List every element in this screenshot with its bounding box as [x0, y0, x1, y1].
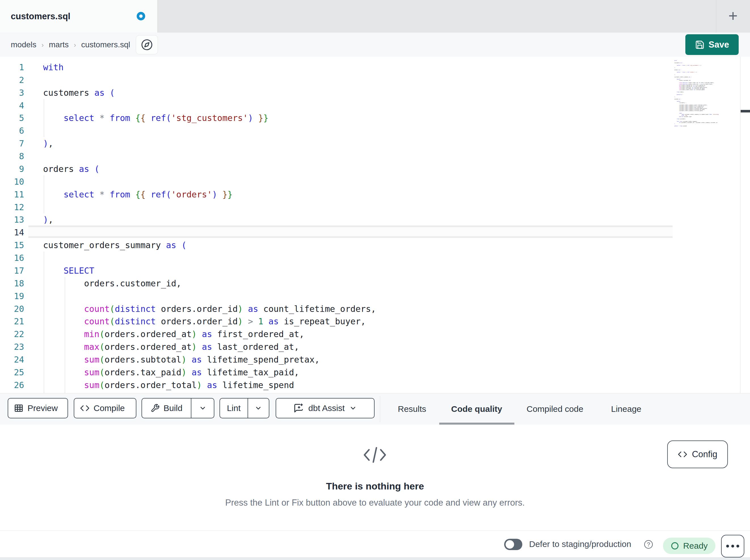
defer-label: Defer to staging/production	[529, 531, 631, 558]
more-options-button[interactable]	[721, 535, 744, 557]
breadcrumb-separator: ›	[41, 41, 44, 49]
lint-button[interactable]: Lint	[220, 398, 248, 418]
compile-button[interactable]: Compile	[74, 398, 136, 418]
breadcrumb-item-file[interactable]: customers.sql	[81, 40, 130, 49]
line-number: 3	[0, 86, 24, 99]
dbt-ide-window: customers.sql + models›marts›customers.s…	[0, 0, 750, 560]
line-number: 5	[0, 111, 24, 124]
file-navigate-button[interactable]	[136, 35, 158, 55]
compass-icon	[141, 39, 153, 51]
code-line[interactable]: 10	[0, 175, 675, 188]
code-line[interactable]: 4	[0, 99, 675, 112]
compile-label: Compile	[94, 403, 125, 413]
code-line[interactable]: 24 sum(orders.subtotal) as lifetime_spen…	[0, 353, 675, 366]
active-tab-underline	[439, 422, 514, 424]
breadcrumb-item-models[interactable]: models	[11, 40, 36, 49]
preview-label: Preview	[27, 403, 58, 413]
line-number: 24	[0, 353, 24, 366]
code-line[interactable]: 3customers as (	[0, 86, 675, 99]
code-line[interactable]: 9orders as (	[0, 163, 675, 175]
scrollbar-thumb[interactable]	[741, 110, 750, 112]
save-button[interactable]: Save	[685, 34, 739, 55]
build-split-button: Build	[141, 398, 214, 418]
code-line[interactable]: 16	[0, 251, 675, 264]
code-editor[interactable]: 1with23customers as (45 select * from {{…	[0, 57, 750, 393]
breadcrumb-separator: ›	[74, 41, 76, 49]
code-line[interactable]: 18 orders.customer_id,	[0, 277, 675, 290]
unsaved-changes-dot-icon	[137, 12, 145, 20]
line-number: 8	[0, 150, 24, 163]
code-line[interactable]: 19	[0, 290, 675, 303]
line-number: 21	[0, 315, 24, 328]
code-line[interactable]: 25 sum(orders.tax_paid) as lifetime_tax_…	[0, 366, 675, 379]
preview-button[interactable]: Preview	[8, 398, 68, 418]
help-icon[interactable]: ?	[644, 540, 653, 549]
status-label: Ready	[683, 541, 708, 551]
build-label: Build	[164, 403, 183, 413]
line-number: 18	[0, 277, 24, 290]
tab-lineage[interactable]: Lineage	[611, 393, 642, 424]
code-line[interactable]: 8	[0, 150, 675, 163]
code-line[interactable]: 2	[0, 74, 675, 86]
tab-results[interactable]: Results	[398, 393, 426, 424]
tab-title: customers.sql	[11, 0, 70, 33]
lint-split-button: Lint	[219, 398, 269, 418]
code-line[interactable]: 20 count(distinct orders.order_id) as co…	[0, 303, 675, 315]
dbt-assist-button[interactable]: dbt Assist	[276, 398, 375, 418]
code-line[interactable]: 6	[0, 124, 675, 137]
chevron-down-icon	[199, 405, 206, 412]
tab-code-quality[interactable]: Code quality	[451, 393, 502, 424]
line-number: 9	[0, 163, 24, 175]
code-line[interactable]: 14	[0, 226, 675, 239]
dots-icon	[726, 545, 729, 547]
line-number: 7	[0, 137, 24, 150]
lint-label: Lint	[227, 403, 240, 413]
code-line[interactable]: 23 max(orders.ordered_at) as last_ordere…	[0, 340, 675, 353]
code-line[interactable]: 21 count(distinct orders.order_id) > 1 a…	[0, 315, 675, 328]
line-number: 17	[0, 264, 24, 277]
code-line[interactable]: 12	[0, 201, 675, 213]
breadcrumb-item-marts[interactable]: marts	[49, 40, 68, 49]
tab-bar: customers.sql +	[0, 0, 750, 33]
code-line[interactable]: 22 min(orders.ordered_at) as first_order…	[0, 328, 675, 340]
editor-toolbar: Preview Compile Build	[0, 393, 750, 425]
empty-state-description: Press the Lint or Fix button above to ev…	[0, 498, 750, 508]
lint-dropdown-button[interactable]	[248, 398, 269, 418]
code-quality-panel: There is nothing here Press the Lint or …	[0, 424, 750, 530]
status-badge[interactable]: Ready	[663, 538, 715, 554]
dbt-assist-label: dbt Assist	[308, 403, 344, 413]
minimap[interactable]: withcustomers as ( select * from {{ ref(…	[674, 60, 738, 131]
code-icon	[678, 450, 687, 459]
code-line[interactable]: 26 sum(orders.order_total) as lifetime_s…	[0, 379, 675, 392]
config-button[interactable]: Config	[667, 440, 728, 468]
code-line[interactable]: 1with	[0, 61, 675, 74]
new-tab-button[interactable]: +	[722, 5, 744, 28]
breadcrumb: models›marts›customers.sql	[11, 33, 130, 57]
code-line[interactable]: 17 SELECT	[0, 264, 675, 277]
code-line[interactable]: 15customer_orders_summary as (	[0, 239, 675, 251]
line-number: 19	[0, 290, 24, 303]
build-dropdown-button[interactable]	[191, 398, 214, 418]
assist-chat-icon	[294, 403, 304, 413]
status-bar: Defer to staging/production ? Ready	[0, 530, 750, 558]
status-circle-icon	[671, 542, 679, 550]
save-label: Save	[709, 40, 729, 50]
line-number: 12	[0, 201, 24, 213]
code-line[interactable]: 13),	[0, 213, 675, 226]
table-icon	[14, 403, 23, 413]
line-number: 11	[0, 188, 24, 201]
code-line[interactable]: 5 select * from {{ ref('stg_customers') …	[0, 111, 675, 124]
line-number: 13	[0, 213, 24, 226]
line-number: 16	[0, 251, 24, 264]
line-number: 25	[0, 366, 24, 379]
build-button[interactable]: Build	[142, 398, 191, 418]
code-line[interactable]: 7),	[0, 137, 675, 150]
code-line[interactable]: 11 select * from {{ ref('orders') }}	[0, 188, 675, 201]
defer-toggle[interactable]	[504, 539, 522, 550]
tab-customers-sql[interactable]: customers.sql	[0, 0, 158, 33]
line-number: 10	[0, 175, 24, 188]
tab-compiled-code[interactable]: Compiled code	[527, 393, 583, 424]
line-number: 23	[0, 340, 24, 353]
breadcrumb-bar: models›marts›customers.sql Save	[0, 33, 750, 57]
code-icon	[80, 403, 90, 413]
